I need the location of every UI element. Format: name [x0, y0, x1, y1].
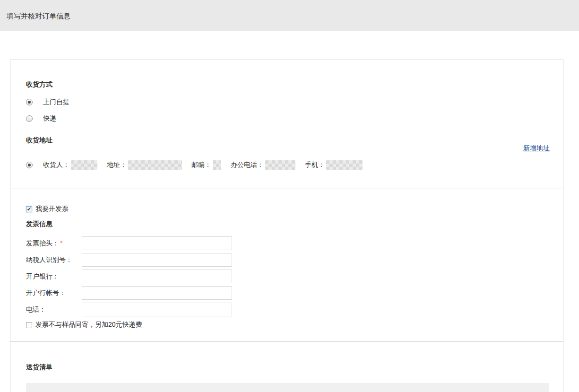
delivery-section: 收货方式 上门自提 快递 收货地址 新增地址 收货人： 地址： [10, 60, 563, 189]
address-field-consignee: 收货人： [43, 160, 97, 170]
column-header-unit-price: 单价（元） [431, 388, 504, 392]
bank-account-input[interactable] [82, 286, 232, 300]
office-phone-redacted-value [265, 160, 295, 170]
invoice-info-heading: 发票信息 [26, 220, 550, 228]
consignee-label: 收货人： [43, 161, 69, 169]
form-row-bank-name: 开户银行： [26, 269, 550, 284]
taxpayer-id-input[interactable] [82, 253, 232, 267]
invoice-title-input[interactable] [82, 236, 232, 250]
delivery-address-heading: 收货地址 [26, 136, 550, 145]
separate-shipping-checkbox[interactable] [26, 322, 32, 328]
pickup-radio-label: 上门自提 [43, 98, 69, 106]
bank-account-label: 开户行帐号： [26, 289, 82, 297]
column-header-validity: 有效期 [358, 388, 431, 392]
phone-label: 电话： [26, 305, 82, 314]
zipcode-label: 邮编： [191, 161, 211, 169]
invoice-section: 我要开发票 发票信息 发票抬头：* 纳税人识别号： 开户银行： 开户行帐号： 电… [10, 189, 563, 342]
form-row-phone: 电话： [26, 302, 550, 317]
delivery-method-heading: 收货方式 [26, 80, 550, 89]
bank-name-label: 开户银行： [26, 272, 82, 281]
address-redacted-value [128, 160, 182, 170]
address-fields: 收货人： 地址： 邮编： 办公电话： 手机： [43, 160, 372, 170]
column-header-quantity: 数量 [504, 388, 549, 392]
mobile-redacted-value [326, 160, 363, 170]
consignee-redacted-value [71, 160, 97, 170]
address-label: 地址： [107, 161, 127, 169]
separate-shipping-label: 发票不与样品同寄，另加20元快递费 [35, 321, 142, 329]
separate-shipping-row[interactable]: 发票不与样品同寄，另加20元快递费 [26, 321, 550, 329]
address-field-office-phone: 办公电话： [231, 160, 295, 170]
column-header-batch-no: 批号 [107, 388, 188, 392]
delivery-option-express[interactable]: 快递 [26, 114, 550, 123]
office-phone-label: 办公电话： [231, 161, 264, 169]
form-row-invoice-title: 发票抬头：* [26, 236, 550, 251]
page-header: 填写并核对订单信息 [0, 0, 579, 31]
required-asterisk: * [60, 239, 62, 247]
phone-input[interactable] [82, 303, 232, 316]
bank-name-input[interactable] [82, 270, 232, 283]
invoice-title-label: 发票抬头：* [26, 239, 82, 248]
mobile-label: 手机： [305, 161, 325, 169]
delivery-list-heading: 送货清单 [26, 363, 549, 372]
delivery-list-section: 送货清单 商品 批号 国标号 浓度 有效期 单价（元） 数量 [10, 342, 563, 392]
column-header-concentration: 浓度 [279, 388, 358, 392]
invoice-title-label-text: 发票抬头： [26, 239, 59, 247]
form-row-taxpayer-id: 纳税人识别号： [26, 253, 550, 267]
want-invoice-row[interactable]: 我要开发票 [26, 205, 550, 213]
zipcode-redacted-value [213, 160, 221, 170]
invoice-form: 发票抬头：* 纳税人识别号： 开户银行： 开户行帐号： 电话： [26, 236, 550, 317]
address-radio[interactable] [26, 162, 33, 168]
express-radio-label: 快递 [43, 114, 56, 123]
address-field-mobile: 手机： [305, 160, 363, 170]
want-invoice-checkbox[interactable] [26, 206, 32, 212]
add-address-link[interactable]: 新增地址 [523, 144, 550, 153]
form-row-bank-account: 开户行帐号： [26, 286, 550, 300]
address-entry[interactable]: 收货人： 地址： 邮编： 办公电话： 手机： [26, 160, 550, 170]
pickup-radio[interactable] [26, 99, 33, 105]
want-invoice-label: 我要开发票 [35, 205, 69, 213]
express-radio[interactable] [26, 115, 33, 122]
taxpayer-id-label: 纳税人识别号： [26, 256, 82, 264]
address-field-address: 地址： [107, 160, 182, 170]
address-field-zipcode: 邮编： [191, 160, 221, 170]
delivery-option-pickup[interactable]: 上门自提 [26, 97, 550, 107]
delivery-list-table-header: 商品 批号 国标号 浓度 有效期 单价（元） 数量 [26, 383, 549, 392]
column-header-gb-no: 国标号 [188, 388, 279, 392]
column-header-product: 商品 [26, 388, 107, 392]
page-title: 填写并核对订单信息 [0, 0, 579, 21]
order-form-panel: 收货方式 上门自提 快递 收货地址 新增地址 收货人： 地址： [10, 60, 563, 392]
